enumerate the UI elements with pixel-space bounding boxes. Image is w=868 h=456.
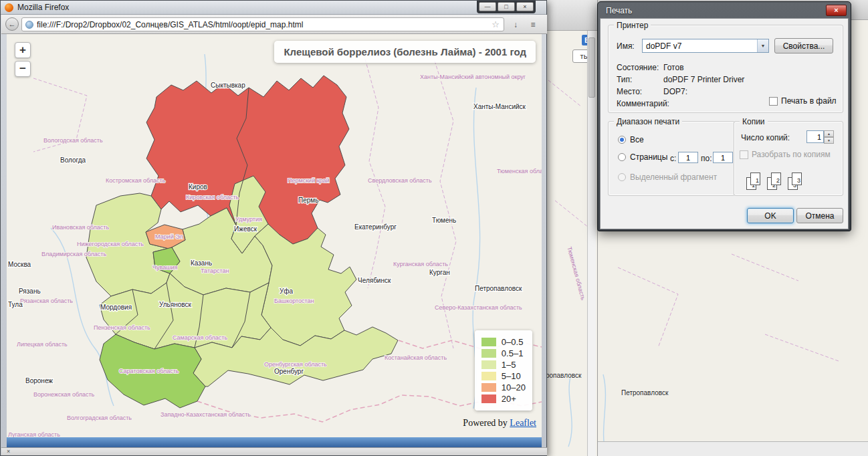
scrollbar[interactable] bbox=[587, 31, 596, 456]
legend-row: 0–0.5 bbox=[481, 337, 526, 347]
ok-button[interactable]: OK bbox=[747, 208, 794, 223]
window-title: Mozilla Firefox bbox=[17, 3, 69, 12]
city-label: Ханты-Мансийск bbox=[473, 103, 526, 110]
oblast-label: Костромская область bbox=[106, 177, 166, 184]
oblast-label: Саратовская область bbox=[119, 368, 179, 374]
comment-label: Комментарий: bbox=[617, 99, 669, 108]
minimize-button[interactable]: — bbox=[479, 2, 496, 11]
pages-to-label: по: bbox=[701, 154, 712, 163]
range-pages-label: Страницы bbox=[630, 152, 667, 162]
pages-from-input[interactable] bbox=[678, 152, 698, 163]
city-label: Уфа bbox=[280, 288, 294, 295]
where-label: Место: bbox=[617, 87, 642, 96]
city-label: Петропавловск bbox=[475, 285, 522, 292]
desktop: В ть Тюменская область ропавловск Петроп… bbox=[0, 0, 868, 456]
where-value: DOP7: bbox=[663, 87, 687, 96]
oblast-label: Ханты-Мансийский автономный округ bbox=[420, 74, 526, 80]
collate-label: Разобрать по копиям bbox=[752, 150, 831, 159]
legend-row: 10–20 bbox=[481, 382, 526, 392]
oblast-label: Костанайская область bbox=[385, 354, 447, 361]
oblast-label: Курганская область bbox=[393, 261, 448, 267]
copies-count-input[interactable] bbox=[806, 130, 824, 143]
leaflet-link[interactable]: Leaflet bbox=[510, 418, 536, 428]
legend-items: 0–0.50.5–11–55–1010–2020+ bbox=[481, 337, 526, 404]
city-label: Тюмень bbox=[432, 217, 456, 224]
city-label: Рязань bbox=[19, 288, 41, 295]
collate-page: 1 bbox=[750, 173, 760, 185]
radio-dot[interactable] bbox=[618, 136, 626, 144]
printer-name-combobox[interactable]: doPDF v7 ▼ bbox=[642, 39, 769, 53]
legend-row: 20+ bbox=[481, 394, 526, 404]
print-to-file-checkbox[interactable]: Печать в файл bbox=[769, 96, 837, 106]
range-all-radio[interactable]: Все bbox=[618, 135, 644, 144]
oblast-label: Западно-Казахстанская область bbox=[160, 411, 251, 418]
type-value: doPDF 7 Printer Driver bbox=[663, 75, 744, 84]
scrollbar-thumb[interactable] bbox=[588, 37, 595, 98]
leaflet-map[interactable]: Ханты-Мансийский автономный округВологод… bbox=[7, 34, 542, 437]
oblast-label: Марий Эл bbox=[155, 233, 183, 240]
spinner-up-icon[interactable]: ▲ bbox=[824, 130, 834, 137]
city-label: Курган bbox=[429, 269, 450, 276]
bookmarks-menu-icon[interactable]: ≡ bbox=[527, 19, 539, 31]
collate-page: 2 bbox=[771, 173, 781, 185]
oblast-label: Свердловская область bbox=[368, 177, 432, 184]
firefox-titlebar[interactable]: Mozilla Firefox — □ × bbox=[1, 1, 546, 15]
firefox-window: Mozilla Firefox — □ × ← file:///F:/Drop2… bbox=[0, 0, 547, 456]
copies-group: Копии Число копий: ▲ ▼ Разобрать по копи… bbox=[734, 121, 843, 196]
window-controls: — □ × bbox=[477, 1, 536, 13]
attribution-prefix: Powered by bbox=[463, 418, 510, 428]
zoom-out-button[interactable]: − bbox=[15, 61, 31, 77]
url-bar[interactable]: file:///F:/Drop2/Dropbox/02_Солнцев/GIS_… bbox=[21, 17, 504, 31]
oblast-label: Луганская область bbox=[8, 431, 60, 437]
pages-to-input[interactable] bbox=[713, 152, 733, 163]
legend-label: 0–0.5 bbox=[502, 337, 524, 347]
city-label: Екатеринбург bbox=[354, 223, 397, 231]
oblast-label: Чувашия bbox=[152, 264, 177, 271]
city-label: Мордовия bbox=[100, 304, 132, 311]
zoom-in-button[interactable]: + bbox=[15, 42, 31, 58]
chevron-down-icon[interactable]: ▼ bbox=[757, 39, 768, 52]
print-to-file-label: Печать в файл bbox=[781, 96, 837, 106]
copies-group-label: Копии bbox=[740, 117, 768, 126]
properties-button[interactable]: Свойства... bbox=[774, 38, 833, 53]
firefox-icon bbox=[5, 3, 13, 12]
legend-label: 1–5 bbox=[502, 360, 516, 370]
navigation-bar: ← file:///F:/Drop2/Dropbox/02_Солнцев/GI… bbox=[1, 15, 547, 34]
print-dialog-titlebar[interactable]: Печать × bbox=[600, 4, 849, 18]
oblast-label: Волгоградская область bbox=[67, 415, 132, 421]
printer-name-value: doPDF v7 bbox=[643, 41, 757, 51]
bookmark-star-icon[interactable]: ☆ bbox=[492, 19, 500, 29]
legend-label: 10–20 bbox=[502, 382, 526, 392]
legend-swatch bbox=[481, 349, 496, 358]
close-button[interactable]: × bbox=[516, 2, 534, 11]
url-text[interactable]: file:///F:/Drop2/Dropbox/02_Солнцев/GIS_… bbox=[37, 20, 487, 29]
find-bar-close-icon[interactable]: × bbox=[7, 448, 10, 455]
back-button[interactable]: ← bbox=[5, 17, 19, 31]
print-dialog-close-button[interactable]: × bbox=[826, 5, 847, 16]
radio-dot bbox=[618, 173, 626, 181]
maximize-button[interactable]: □ bbox=[498, 2, 515, 11]
checkbox-box[interactable] bbox=[769, 97, 778, 106]
spinner-down-icon[interactable]: ▼ bbox=[824, 137, 834, 144]
legend-swatch bbox=[481, 338, 496, 346]
copies-count-spinner[interactable]: ▲ ▼ bbox=[806, 130, 834, 143]
radio-dot[interactable] bbox=[618, 153, 626, 161]
city-label: Сыктывкар bbox=[211, 82, 245, 89]
downloads-icon[interactable]: ↓ bbox=[510, 19, 522, 31]
type-label: Тип: bbox=[617, 75, 632, 84]
range-selection-label: Выделенный фрагмент bbox=[630, 173, 717, 182]
oblast-label: Пермский край bbox=[288, 177, 330, 184]
legend-swatch bbox=[481, 383, 496, 392]
site-identity-globe-icon[interactable] bbox=[25, 21, 33, 29]
oblast-label: Пензенская область bbox=[94, 324, 150, 331]
map-viewport[interactable]: Ханты-Мансийский автономный округВологод… bbox=[7, 34, 542, 437]
oblast-label: Тюменская область bbox=[497, 168, 542, 175]
oblast-label: Башкортостан bbox=[274, 298, 314, 304]
city-label: Тула bbox=[8, 301, 23, 308]
city-label: Пермь bbox=[298, 197, 318, 204]
range-pages-radio[interactable]: Страницы bbox=[618, 152, 667, 162]
find-bar: × bbox=[1, 447, 547, 455]
cancel-button[interactable]: Отмена bbox=[796, 208, 843, 223]
page-footer-bar bbox=[7, 437, 542, 447]
city-label: Вологда bbox=[60, 156, 86, 164]
